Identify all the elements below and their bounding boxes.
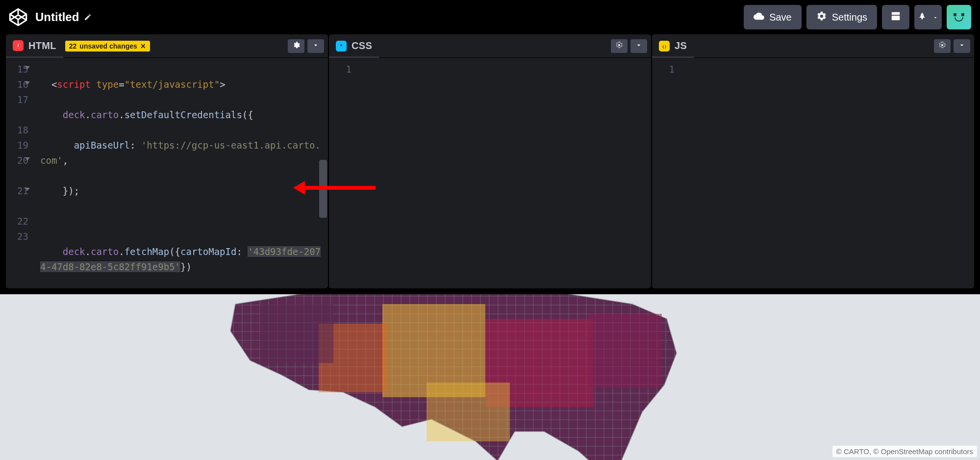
- panel-label: HTML: [28, 40, 56, 51]
- map-visualization: [172, 294, 809, 460]
- gear-icon: [938, 41, 946, 51]
- preview-pane[interactable]: © CARTO, © OpenStreetMap contributors: [0, 294, 980, 460]
- panel-settings-button[interactable]: [934, 39, 951, 53]
- header-left: Untitled: [9, 8, 92, 26]
- code-text[interactable]: <script type="text/javascript"> deck.car…: [33, 58, 328, 288]
- panel-header-js: ( ) JS: [652, 34, 974, 58]
- editor-panel-html: / HTML 22 unsaved changes ✕ 151617181920…: [6, 34, 328, 288]
- line-number: 1: [652, 62, 675, 77]
- code-text[interactable]: [679, 58, 974, 288]
- unsaved-count: 22: [69, 42, 77, 50]
- unsaved-text: unsaved changes: [79, 42, 137, 50]
- panel-settings-button[interactable]: [611, 39, 628, 53]
- panel-header-css: * CSS: [329, 34, 651, 58]
- scrollbar-thumb[interactable]: [319, 160, 327, 218]
- svg-rect-14: [427, 383, 510, 441]
- code-body-html[interactable]: 151617181920212223 <script type="text/ja…: [6, 58, 328, 288]
- editors-row: / HTML 22 unsaved changes ✕ 151617181920…: [0, 34, 980, 294]
- chevron-down-icon: [958, 41, 966, 51]
- editor-panel-css: * CSS 1: [329, 34, 651, 288]
- codepen-logo-icon[interactable]: [9, 8, 27, 26]
- settings-button[interactable]: Settings: [806, 5, 877, 29]
- avatar-face-icon: [952, 13, 966, 22]
- attribution-osm[interactable]: © OpenStreetMap: [873, 447, 932, 456]
- svg-text:*: *: [340, 43, 343, 49]
- panel-settings-button[interactable]: [288, 39, 304, 53]
- svg-point-6: [941, 44, 943, 46]
- pin-icon: [918, 12, 927, 23]
- header-right: Save Settings: [744, 5, 971, 29]
- pen-title[interactable]: Untitled: [35, 10, 79, 24]
- save-label: Save: [769, 12, 792, 23]
- js-lang-icon: ( ): [659, 41, 670, 51]
- chevron-down-icon: [635, 41, 643, 51]
- unsaved-badge[interactable]: 22 unsaved changes ✕: [65, 41, 150, 51]
- gutter: 1: [329, 58, 356, 288]
- code-body-css[interactable]: 1: [329, 58, 651, 288]
- svg-rect-0: [892, 12, 900, 15]
- gear-icon: [816, 11, 827, 24]
- panel-header-html: / HTML 22 unsaved changes ✕: [6, 34, 328, 58]
- svg-text:/: /: [18, 43, 19, 48]
- layout-icon: [890, 11, 901, 24]
- line-number: 1: [329, 62, 352, 77]
- chevron-down-icon: [932, 12, 938, 23]
- panel-tab-css[interactable]: * CSS: [329, 34, 379, 58]
- panel-tab-js[interactable]: ( ) JS: [652, 34, 694, 58]
- editor-panel-js: ( ) JS 1: [652, 34, 974, 288]
- layout-button[interactable]: [882, 5, 909, 29]
- settings-label: Settings: [832, 12, 867, 23]
- css-lang-icon: *: [336, 41, 347, 51]
- chevron-down-icon: [312, 41, 320, 51]
- gutter: 1: [652, 58, 679, 288]
- attribution-carto[interactable]: © CARTO: [836, 447, 869, 456]
- panel-controls: [611, 39, 647, 53]
- svg-point-4: [618, 44, 620, 46]
- panel-expand-button[interactable]: [307, 39, 324, 53]
- panel-label: CSS: [352, 40, 372, 51]
- svg-text:( ): ( ): [662, 44, 666, 48]
- svg-rect-1: [892, 16, 900, 20]
- panel-controls: [934, 39, 970, 53]
- gear-icon: [292, 41, 300, 51]
- code-body-js[interactable]: 1: [652, 58, 974, 288]
- panel-label: JS: [675, 40, 687, 51]
- html-lang-icon: /: [13, 40, 24, 51]
- svg-rect-13: [588, 314, 662, 387]
- panel-expand-button[interactable]: [954, 39, 970, 53]
- user-avatar[interactable]: [947, 5, 971, 29]
- gear-icon: [615, 41, 623, 51]
- app-header: Untitled Save Settings: [0, 0, 980, 34]
- map-attribution: © CARTO, © OpenStreetMap contributors: [832, 446, 977, 457]
- panel-controls: [288, 39, 324, 53]
- svg-rect-12: [260, 304, 333, 363]
- cloud-icon: [754, 11, 764, 24]
- gutter: 151617181920212223: [6, 58, 33, 288]
- title-group: Untitled: [35, 10, 92, 24]
- panel-tab-html[interactable]: / HTML: [6, 34, 63, 58]
- edit-title-icon[interactable]: [84, 13, 92, 21]
- code-text[interactable]: [356, 58, 651, 288]
- panel-expand-button[interactable]: [630, 39, 647, 53]
- save-button[interactable]: Save: [744, 5, 802, 29]
- close-icon[interactable]: ✕: [140, 42, 146, 50]
- pin-button[interactable]: [914, 5, 942, 29]
